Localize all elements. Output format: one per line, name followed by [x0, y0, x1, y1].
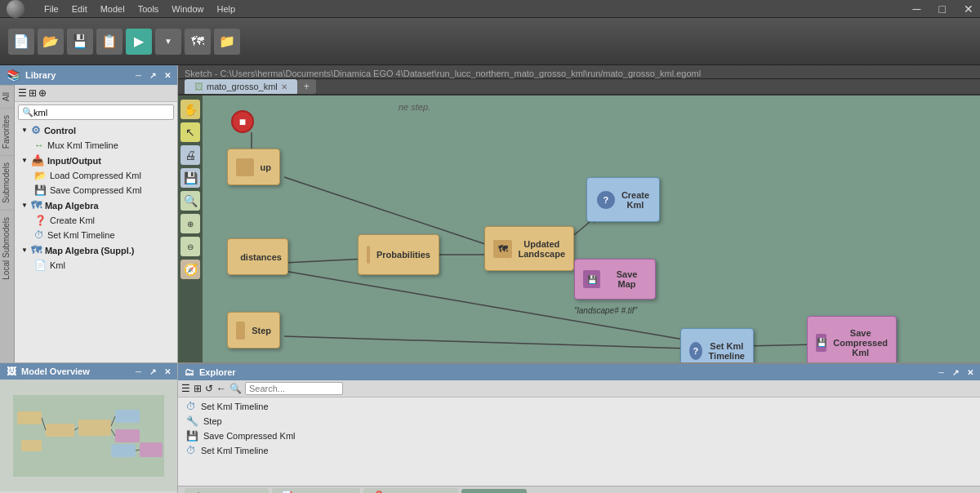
node-create-kml[interactable]: ? CreateKml — [586, 177, 660, 222]
open-button[interactable]: 📂 — [38, 29, 64, 55]
sidebar-minimize[interactable]: ─ — [136, 71, 141, 80]
search-input[interactable] — [33, 108, 156, 118]
zoom-in-btn[interactable]: ⊕ — [180, 214, 200, 233]
list-icon[interactable]: ☰ — [18, 87, 27, 99]
explorer-search-input[interactable] — [245, 382, 343, 395]
tree-group-suppl[interactable]: ▼ 🗺 Map Algebra (Suppl.) — [15, 242, 177, 258]
save-tool[interactable]: 💾 — [180, 168, 200, 188]
close-button[interactable]: ✕ — [964, 2, 973, 16]
node-updated-landscape[interactable]: 🗺 UpdatedLandscape — [484, 226, 574, 271]
tree-item-kml-label: Kml — [50, 260, 65, 270]
minimize-button[interactable]: ─ — [913, 2, 921, 16]
exp-item-set-kml[interactable]: ⏱ Set Kml Timeline — [180, 399, 978, 414]
play-button[interactable]: ▶ — [126, 29, 152, 55]
explorer-close[interactable]: ✕ — [967, 368, 973, 377]
node-up-label: up — [261, 162, 271, 172]
tab-documentation[interactable]: ❓ Documentation — [363, 488, 458, 493]
tree-group-algebra[interactable]: ▼ 🗺 Map Algebra — [15, 198, 177, 213]
model-overview: 🖼 Model Overview ─ ↗ ✕ — [0, 362, 177, 493]
folder-button[interactable]: 📁 — [214, 29, 240, 55]
node-save-compressed[interactable]: 💾 SaveCompressedKml — [807, 316, 897, 362]
tree-item-save-compressed[interactable]: 💾 Save Compressed Kml — [28, 183, 177, 198]
tree-item-set[interactable]: ⏱ Set Kml Timeline — [28, 228, 177, 242]
overview-close[interactable]: ✕ — [164, 367, 171, 376]
menu-help[interactable]: Help — [216, 4, 235, 14]
sidebar-pop[interactable]: ↗ — [149, 71, 156, 80]
canvas-row: ✋ ↖ 🖨 💾 🔍 ⊕ ⊖ 🧭 — [178, 95, 980, 362]
tree-item-load[interactable]: 📂 Load Compressed Kml — [28, 168, 177, 183]
exp-search-icon[interactable]: 🔍 — [229, 383, 242, 394]
tree-group-control[interactable]: ▼ ⚙ Control — [15, 122, 177, 138]
exp-step-icon: 🔧 — [186, 415, 198, 427]
sketch-tab-main[interactable]: 🖼 mato_grosso_kml ✕ — [185, 79, 297, 94]
nav-tool[interactable]: 🧭 — [180, 260, 200, 279]
node-distances[interactable]: distances — [227, 238, 288, 275]
exp-grid-icon[interactable]: ⊞ — [194, 383, 202, 394]
node-step[interactable]: Step — [227, 312, 280, 349]
step-text: ne step. — [399, 102, 430, 112]
dropdown-button[interactable]: ▼ — [155, 29, 181, 55]
zoom-in-tool[interactable]: 🔍 — [180, 191, 200, 211]
zoom-out-btn[interactable]: ⊖ — [180, 237, 200, 256]
menu-window[interactable]: Window — [172, 4, 203, 14]
node-up[interactable]: up — [227, 149, 280, 185]
overview-minimize[interactable]: ─ — [136, 367, 141, 376]
exp-item-timeline[interactable]: ⏱ Set Kml Timeline — [180, 443, 978, 458]
sidebar-tab-all[interactable]: All — [0, 85, 14, 108]
exp-item-save[interactable]: 💾 Save Compressed Kml — [180, 429, 978, 443]
exp-back-icon[interactable]: ← — [216, 383, 226, 394]
tree-item-create[interactable]: ❓ Create Kml — [28, 213, 177, 228]
select-tool[interactable]: ↖ — [180, 122, 200, 142]
new-button[interactable]: 📄 — [8, 29, 34, 55]
explorer-panel: 🗂 Explorer ─ ↗ ✕ ☰ ⊞ ↺ ← 🔍 ⏱ Set Kml Tim… — [178, 362, 980, 493]
node-updated-landscape-label: UpdatedLandscape — [519, 239, 565, 259]
search-box[interactable]: 🔍 — [18, 104, 174, 120]
overview-pop[interactable]: ↗ — [149, 367, 156, 376]
maximize-button[interactable]: □ — [939, 2, 946, 16]
sidebar-inner: All Favorites Submodels Local Submodels … — [0, 85, 177, 362]
exp-refresh-icon[interactable]: ↺ — [205, 383, 213, 394]
tab-explorer[interactable]: 🗂 Explorer — [461, 489, 527, 494]
explorer-pop[interactable]: ↗ — [952, 368, 959, 377]
node-set-kml-timeline[interactable]: ? Set KmlTimeline — [680, 328, 754, 362]
exp-item-step[interactable]: 🔧 Step — [180, 414, 978, 429]
model-overview-canvas — [0, 380, 177, 491]
menu-model[interactable]: Model — [100, 4, 125, 14]
map-button[interactable]: 🗺 — [185, 29, 211, 55]
svg-rect-2 — [46, 424, 74, 437]
tab-message-log[interactable]: 📝 Message Log — [272, 488, 360, 493]
expand-icon[interactable]: ⊕ — [38, 87, 47, 99]
menu-file[interactable]: File — [44, 4, 59, 14]
menu-edit[interactable]: Edit — [72, 4, 87, 14]
sidebar-tab-local[interactable]: Local Submodels — [0, 210, 14, 286]
tree-item-kml[interactable]: 📄 Kml — [28, 258, 177, 273]
sidebar-tab-submodels[interactable]: Submodels — [0, 155, 14, 210]
exp-set-kml-icon: ⏱ — [186, 401, 196, 412]
save-button[interactable]: 💾 — [67, 29, 93, 55]
hand-tool[interactable]: ✋ — [180, 100, 200, 119]
node-save-map[interactable]: 💾 Save Map — [574, 259, 656, 300]
tree-children-io: 📂 Load Compressed Kml 💾 Save Compressed … — [15, 168, 177, 198]
svg-rect-7 — [111, 444, 136, 457]
tree-group-control-label: Control — [44, 126, 76, 135]
node-probabilities[interactable]: Probabilities — [358, 234, 439, 275]
print-tool[interactable]: 🖨 — [180, 145, 200, 165]
tree-children-suppl: 📄 Kml — [15, 258, 177, 273]
svg-rect-4 — [115, 410, 140, 423]
tree-item-mux[interactable]: ↔ Mux Kml Timeline — [28, 138, 177, 153]
menu-tools[interactable]: Tools — [138, 4, 159, 14]
grid-icon[interactable]: ⊞ — [29, 87, 37, 99]
exp-timeline-icon: ⏱ — [186, 445, 196, 456]
sidebar-close[interactable]: ✕ — [164, 71, 171, 80]
stop-node[interactable]: ■ — [231, 110, 254, 133]
add-tab-button[interactable]: + — [297, 79, 316, 94]
tab-close-icon[interactable]: ✕ — [281, 82, 287, 91]
duplicate-button[interactable]: 📋 — [96, 29, 122, 55]
tree-group-io[interactable]: ▼ 📥 Input/Output — [15, 153, 177, 168]
explorer-toolbar: ☰ ⊞ ↺ ← 🔍 — [178, 380, 980, 398]
explorer-minimize[interactable]: ─ — [938, 368, 944, 377]
exp-list-icon[interactable]: ☰ — [181, 383, 190, 394]
sidebar-tab-favorites[interactable]: Favorites — [0, 108, 14, 155]
workflow-canvas[interactable]: ■ up distances Probabilities — [203, 95, 980, 362]
tab-model-issues[interactable]: ⚠ Model Issues — [185, 488, 269, 493]
